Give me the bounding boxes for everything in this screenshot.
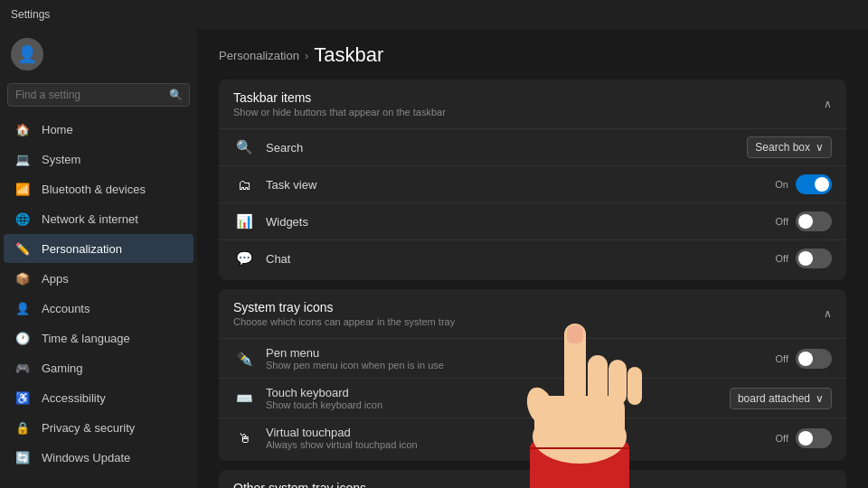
dropdown-search[interactable]: Search box ∨ [747, 136, 832, 158]
nav-label-gaming: Gaming [42, 361, 83, 375]
control-search: Search box ∨ [747, 136, 832, 158]
nav-icon-system: 💻 [14, 151, 31, 167]
setting-sublabel-pen_menu: Show pen menu icon when pen is in use [266, 360, 765, 371]
toggle-thumb-widgets [798, 214, 813, 229]
setting-row-pen_menu: ✒️ Pen menu Show pen menu icon when pen … [219, 338, 846, 378]
main-content: Personalization › Taskbar Taskbar items … [197, 29, 868, 488]
nav-icon-bluetooth: 📶 [14, 181, 31, 197]
nav-icon-windows_update: 🔄 [14, 449, 31, 465]
toggle-pen_menu[interactable] [796, 349, 832, 369]
nav-icon-time: 🕐 [14, 330, 31, 346]
sidebar-item-network[interactable]: 🌐 Network & internet [4, 204, 193, 233]
setting-icon-task_view: 🗂 [233, 174, 255, 195]
toggle-thumb-chat [798, 251, 813, 266]
setting-info-chat: Chat [266, 252, 765, 266]
nav-icon-apps: 📦 [14, 270, 31, 286]
sidebar-item-system[interactable]: 💻 System [4, 145, 193, 174]
user-profile: 👤 [0, 29, 197, 80]
setting-label-virtual_touchpad: Virtual touchpad [266, 426, 765, 439]
nav-label-system: System [42, 153, 80, 166]
setting-info-touch_keyboard: Touch keyboard Show touch keyboard icon [266, 386, 719, 410]
setting-label-widgets: Widgets [266, 215, 765, 229]
setting-row-touch_keyboard: ⌨️ Touch keyboard Show touch keyboard ic… [219, 378, 846, 418]
settings-title: Settings [11, 8, 50, 21]
nav-label-windows_update: Windows Update [42, 451, 130, 465]
nav-menu: 🏠 Home 💻 System 📶 Bluetooth & devices 🌐 … [0, 114, 197, 473]
toggle-virtual_touchpad[interactable] [796, 428, 832, 448]
nav-label-network: Network & internet [42, 212, 138, 226]
setting-row-search: 🔍 Search Search box ∨ [219, 128, 846, 165]
sidebar-item-windows_update[interactable]: 🔄 Windows Update [4, 443, 193, 472]
dropdown-touch_keyboard[interactable]: board attached ∨ [730, 388, 832, 409]
toggle-label-widgets: Off [776, 216, 788, 227]
sidebar-search-input[interactable] [7, 83, 190, 107]
setting-row-virtual_touchpad: 🖱 Virtual touchpad Always show virtual t… [219, 418, 846, 457]
setting-row-chat: 💬 Chat Off [219, 239, 846, 277]
control-task_view: On [775, 174, 832, 194]
section-subtitle-taskbar_items: Show or hide buttons that appear on the … [233, 107, 446, 117]
sidebar-item-privacy[interactable]: 🔒 Privacy & security [4, 413, 193, 442]
setting-icon-chat: 💬 [233, 248, 255, 269]
toggle-chat[interactable] [796, 249, 832, 268]
nav-label-privacy: Privacy & security [42, 421, 135, 435]
breadcrumb-parent: Personalization [219, 49, 299, 62]
breadcrumb-current: Taskbar [314, 43, 383, 67]
section-other_system_tray: Other system tray icons Show or hide add… [219, 470, 846, 488]
setting-icon-virtual_touchpad: 🖱 [233, 427, 255, 449]
setting-label-search: Search [266, 141, 736, 155]
sidebar-item-gaming[interactable]: 🎮 Gaming [4, 353, 193, 382]
setting-label-pen_menu: Pen menu [266, 346, 765, 360]
section-header-taskbar_items[interactable]: Taskbar items Show or hide buttons that … [219, 80, 846, 128]
setting-icon-pen_menu: ✒️ [233, 348, 255, 370]
setting-icon-search: 🔍 [233, 136, 255, 158]
section-header-system_tray_icons[interactable]: System tray icons Choose which icons can… [219, 289, 846, 338]
section-body-system_tray_icons: ✒️ Pen menu Show pen menu icon when pen … [219, 338, 846, 461]
control-touch_keyboard: board attached ∨ [730, 388, 832, 409]
setting-icon-widgets: 📊 [233, 211, 255, 232]
section-body-taskbar_items: 🔍 Search Search box ∨ 🗂 [219, 128, 846, 280]
sidebar-search-box[interactable]: 🔍 [7, 83, 190, 107]
nav-label-accounts: Accounts [42, 302, 90, 315]
nav-label-home: Home [42, 123, 73, 136]
nav-icon-gaming: 🎮 [14, 360, 31, 376]
sections-container: Taskbar items Show or hide buttons that … [219, 80, 846, 488]
nav-label-time: Time & language [42, 332, 130, 345]
sidebar-item-accessibility[interactable]: ♿ Accessibility [4, 383, 193, 412]
section-subtitle-system_tray_icons: Choose which icons can appear in the sys… [233, 316, 455, 327]
sidebar-item-bluetooth[interactable]: 📶 Bluetooth & devices [4, 174, 193, 203]
toggle-label-task_view: On [775, 179, 788, 190]
toggle-label-virtual_touchpad: Off [776, 433, 788, 444]
setting-label-chat: Chat [266, 252, 765, 266]
setting-sublabel-touch_keyboard: Show touch keyboard icon [266, 399, 719, 410]
sidebar-item-time[interactable]: 🕐 Time & language [4, 324, 193, 352]
setting-row-task_view: 🗂 Task view On [219, 165, 846, 202]
toggle-task_view[interactable] [796, 174, 832, 194]
nav-icon-personalization: ✏️ [14, 240, 31, 257]
toggle-thumb-virtual_touchpad [798, 431, 813, 446]
nav-icon-privacy: 🔒 [14, 419, 31, 436]
setting-icon-touch_keyboard: ⌨️ [233, 388, 255, 409]
section-title-system_tray_icons: System tray icons [233, 300, 455, 314]
sidebar-item-personalization[interactable]: ✏️ Personalization [4, 234, 193, 263]
sidebar: 👤 🔍 🏠 Home 💻 System 📶 Bluetooth & device… [0, 29, 197, 488]
setting-info-widgets: Widgets [266, 215, 765, 229]
control-pen_menu: Off [776, 349, 832, 369]
toggle-thumb-task_view [815, 177, 829, 192]
chevron-icon-taskbar_items: ∧ [824, 98, 832, 110]
nav-label-personalization: Personalization [42, 242, 122, 256]
section-taskbar_items: Taskbar items Show or hide buttons that … [219, 80, 846, 280]
sidebar-item-apps[interactable]: 📦 Apps [4, 264, 193, 293]
setting-info-virtual_touchpad: Virtual touchpad Always show virtual tou… [266, 426, 765, 450]
nav-icon-accounts: 👤 [14, 300, 31, 316]
section-header-other_system_tray[interactable]: Other system tray icons Show or hide add… [219, 470, 846, 488]
nav-icon-accessibility: ♿ [14, 389, 31, 406]
control-virtual_touchpad: Off [776, 428, 832, 448]
dropdown-value-touch_keyboard: board attached [738, 392, 810, 405]
sidebar-item-accounts[interactable]: 👤 Accounts [4, 294, 193, 323]
section-header-left-system_tray_icons: System tray icons Choose which icons can… [233, 300, 455, 327]
dropdown-value-search: Search box [755, 141, 810, 154]
toggle-widgets[interactable] [796, 211, 832, 231]
setting-row-widgets: 📊 Widgets Off [219, 202, 846, 239]
control-chat: Off [776, 249, 832, 268]
sidebar-item-home[interactable]: 🏠 Home [4, 115, 193, 144]
